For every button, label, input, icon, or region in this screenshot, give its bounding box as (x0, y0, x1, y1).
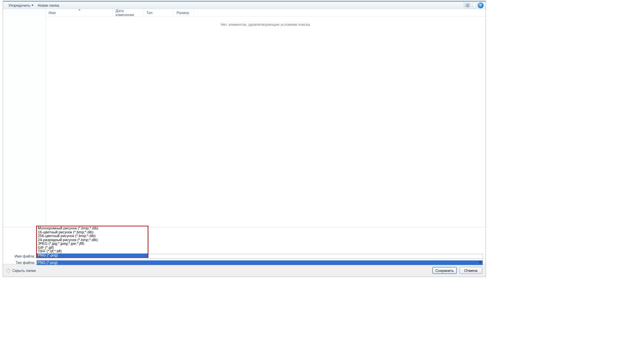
filetype-option[interactable]: TIFF (*.tif;*.tiff) (37, 249, 148, 253)
filetype-select[interactable]: PNG (*.png) (37, 260, 483, 265)
new-folder-label: Новая папка (38, 3, 59, 7)
caret-down-icon (479, 262, 482, 264)
save-button[interactable]: Сохранить (432, 267, 457, 274)
filetype-option[interactable]: JPEG (*.jpg;*.jpeg;*.jpe;*.jfif) (37, 242, 148, 246)
view-dropdown-button[interactable] (472, 2, 476, 8)
column-size[interactable]: Размер (174, 9, 194, 16)
filetype-option[interactable]: GIF (*.gif) (37, 246, 148, 250)
view-options-button[interactable] (463, 2, 471, 8)
column-size-label: Размер (176, 11, 189, 15)
column-name-label: Имя (49, 11, 56, 15)
dialog-footer: ˄ Скрыть папки Сохранить Отмена (3, 264, 486, 277)
footer-buttons: Сохранить Отмена (432, 267, 482, 274)
column-headers: Имя Дата изменения Тип Размер (3, 9, 486, 16)
column-name[interactable]: Имя (46, 9, 113, 16)
hide-folders-link[interactable]: ˄ Скрыть папки (6, 269, 36, 273)
toolbar: Упорядочить Новая папка ? (3, 2, 486, 9)
toolbar-right: ? (463, 2, 484, 9)
column-type-label: Тип (146, 11, 152, 15)
filetype-dropdown-list[interactable]: Монохромный рисунок (*.bmp;*.dib)16-цвет… (36, 226, 148, 258)
chevron-up-icon: ˄ (6, 269, 10, 273)
save-button-label: Сохранить (435, 269, 454, 273)
column-type[interactable]: Тип (144, 9, 174, 16)
file-list-area[interactable]: Нет элементов, удовлетворяющих условиям … (46, 16, 486, 227)
list-view-icon (465, 3, 470, 7)
filetype-option[interactable]: 256-цветный рисунок (*.bmp;*.dib) (37, 234, 148, 238)
help-button[interactable]: ? (478, 2, 484, 8)
organize-button[interactable]: Упорядочить (6, 2, 35, 9)
new-folder-button[interactable]: Новая папка (35, 2, 61, 9)
navpane-header-spacer (3, 9, 46, 16)
save-as-dialog: Упорядочить Новая папка ? Имя Дата измен… (3, 1, 486, 277)
filetype-option[interactable]: PNG (*.png) (37, 253, 148, 258)
caret-down-icon (31, 5, 33, 6)
filename-label: Имя файла: (6, 254, 37, 258)
dialog-body: Нет элементов, удовлетворяющих условиям … (3, 16, 486, 227)
filetype-row: Тип файла: PNG (*.png) (6, 260, 483, 265)
help-icon: ? (480, 3, 482, 7)
cancel-button[interactable]: Отмена (459, 267, 482, 274)
filetype-selected-value: PNG (*.png) (38, 261, 58, 265)
column-date[interactable]: Дата изменения (113, 9, 144, 16)
empty-results-message: Нет элементов, удовлетворяющих условиям … (46, 22, 486, 26)
navigation-pane[interactable] (3, 16, 46, 227)
column-date-label: Дата изменения (116, 9, 141, 17)
filetype-option[interactable]: 16-цветный рисунок (*.bmp;*.dib) (37, 230, 148, 234)
cancel-button-label: Отмена (464, 269, 477, 273)
filetype-option[interactable]: Монохромный рисунок (*.bmp;*.dib) (37, 226, 148, 230)
organize-label: Упорядочить (8, 3, 30, 7)
filetype-label: Тип файла: (6, 261, 37, 265)
filetype-option[interactable]: 24-разрядный рисунок (*.bmp;*.dib) (37, 238, 148, 242)
hide-folders-label: Скрыть папки (12, 269, 36, 273)
